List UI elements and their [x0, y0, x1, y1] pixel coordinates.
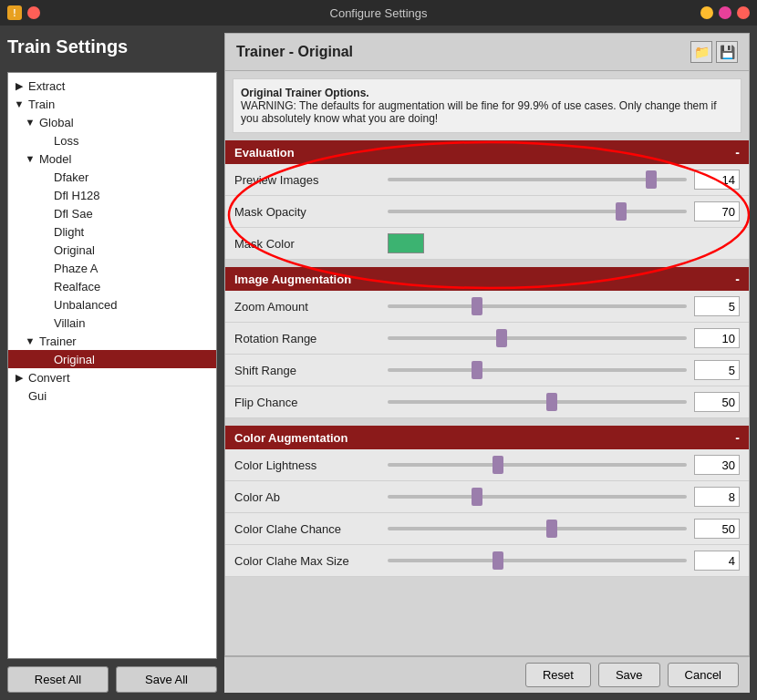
slider-mask-opacity[interactable] [388, 202, 687, 221]
color-lightness-input[interactable]: 30 [694, 455, 740, 475]
slider-thumb[interactable] [646, 170, 657, 189]
sidebar-item-dfl-h128[interactable]: Dfl H128 [8, 186, 216, 204]
reset-button[interactable]: Reset [525, 663, 591, 687]
section-label: Color Augmentation [234, 431, 347, 445]
mask-opacity-input[interactable]: 70 [694, 201, 740, 221]
folder-open-icon: ▼ [23, 151, 37, 166]
slider-thumb[interactable] [472, 361, 482, 379]
sidebar-item-extract[interactable]: ▶ Extract [8, 77, 216, 95]
slider-track [388, 400, 687, 404]
close-button[interactable] [27, 6, 40, 19]
sidebar-item-label: Dfaker [54, 170, 88, 184]
slider-shift-range[interactable] [388, 361, 687, 379]
control-label: Zoom Amount [234, 300, 380, 314]
footer-bar: Reset Save Cancel [224, 656, 750, 693]
save-all-button[interactable]: Save All [116, 666, 217, 693]
sidebar-item-unbalanced[interactable]: Unbalanced [8, 295, 216, 314]
sidebar-item-trainer[interactable]: ▼ Trainer [8, 332, 216, 350]
cancel-button[interactable]: Cancel [668, 663, 739, 687]
save-button[interactable]: Save [598, 663, 660, 687]
sidebar-item-label: Extract [28, 79, 65, 93]
item-icon [37, 279, 52, 293]
control-row-color-lightness: Color Lightness 30 [225, 449, 749, 481]
item-icon [37, 261, 52, 275]
slider-thumb[interactable] [616, 202, 627, 221]
slider-track [388, 178, 687, 181]
sidebar-item-realface[interactable]: Realface [8, 277, 216, 295]
item-icon [37, 133, 52, 148]
slider-preview-images[interactable] [388, 170, 687, 189]
shift-range-input[interactable]: 5 [694, 360, 740, 380]
dot-pink [719, 6, 731, 19]
section-collapse-evaluation[interactable]: - [735, 145, 740, 160]
folder-icon: ▼ [12, 97, 26, 111]
slider-zoom-amount[interactable] [388, 297, 687, 315]
slider-thumb[interactable] [493, 551, 503, 570]
section-collapse-color-aug[interactable]: - [735, 430, 740, 445]
slider-track [388, 304, 687, 308]
mask-color-swatch[interactable] [388, 233, 424, 253]
slider-thumb[interactable] [472, 488, 482, 506]
sidebar-item-label: Realface [54, 280, 100, 293]
sidebar-item-label: Trainer [39, 335, 77, 348]
slider-color-lightness[interactable] [388, 456, 687, 474]
section-header-color-augmentation: Color Augmentation - [225, 426, 749, 449]
sidebar-item-dfaker[interactable]: Dfaker [8, 168, 216, 186]
reset-all-button[interactable]: Reset All [7, 666, 109, 693]
color-ab-input[interactable]: 8 [694, 487, 740, 507]
slider-track [388, 495, 687, 499]
slider-flip-chance[interactable] [388, 393, 687, 411]
sidebar-item-label: Villain [54, 316, 85, 330]
folder-open-button[interactable]: 📁 [690, 41, 712, 63]
slider-color-clahe-max-size[interactable] [388, 551, 687, 570]
control-label: Color Ab [234, 490, 380, 504]
control-row-color-clahe-max-size: Color Clahe Max Size 4 [225, 545, 749, 577]
control-label: Color Clahe Chance [234, 522, 380, 536]
control-row-rotation-range: Rotation Range 10 [225, 323, 749, 355]
sidebar-item-villain[interactable]: Villain [8, 314, 216, 332]
sidebar-item-dlight[interactable]: Dlight [8, 222, 216, 241]
preview-images-input[interactable]: 14 [694, 170, 740, 190]
control-row-mask-opacity: Mask Opacity 70 [225, 196, 749, 228]
zoom-amount-input[interactable]: 5 [694, 296, 740, 316]
sidebar-item-global[interactable]: ▼ Global [8, 113, 216, 131]
rotation-range-input[interactable]: 10 [694, 328, 740, 348]
save-button[interactable]: 💾 [716, 41, 738, 63]
sidebar-item-original-model[interactable]: Original [8, 241, 216, 259]
panel-title: Trainer - Original [236, 44, 353, 60]
sidebar-item-convert[interactable]: ▶ Convert [8, 368, 216, 386]
item-icon [37, 206, 52, 221]
slider-track [388, 210, 687, 213]
sidebar-item-trainer-original[interactable]: Original [8, 350, 216, 368]
slider-thumb[interactable] [546, 393, 557, 411]
tree-container[interactable]: ▶ Extract ▼ Train ▼ Global Loss ▼ Model [7, 72, 217, 659]
sidebar-item-phaze-a[interactable]: Phaze A [8, 259, 216, 277]
slider-color-clahe-chance[interactable] [388, 520, 687, 538]
slider-color-ab[interactable] [388, 488, 687, 506]
sidebar-item-loss[interactable]: Loss [8, 131, 216, 149]
item-icon [12, 388, 26, 403]
right-panel-wrapper: Trainer - Original 📁 💾 Original Trainer … [224, 33, 750, 693]
sidebar-item-train[interactable]: ▼ Train [8, 95, 216, 113]
folder-icon: ▶ [12, 78, 26, 93]
color-clahe-chance-input[interactable]: 50 [694, 519, 740, 539]
slider-thumb[interactable] [493, 456, 503, 474]
color-clahe-max-size-input[interactable]: 4 [694, 551, 740, 571]
item-icon [37, 352, 52, 366]
slider-rotation-range[interactable] [388, 329, 687, 347]
slider-thumb[interactable] [496, 329, 507, 347]
control-label: Color Lightness [234, 458, 380, 472]
slider-thumb[interactable] [472, 297, 482, 315]
control-label: Color Clahe Max Size [234, 554, 380, 568]
flip-chance-input[interactable]: 50 [694, 392, 740, 412]
sidebar-item-label: Dfl Sae [54, 207, 93, 221]
sidebar-item-model[interactable]: ▼ Model [8, 149, 216, 168]
control-label: Flip Chance [234, 396, 380, 409]
right-panel: Trainer - Original 📁 💾 Original Trainer … [224, 33, 750, 693]
slider-thumb[interactable] [546, 520, 557, 538]
sidebar-item-gui[interactable]: Gui [8, 386, 216, 405]
sidebar-item-dfl-sae[interactable]: Dfl Sae [8, 204, 216, 222]
main-content: Train Settings ▶ Extract ▼ Train ▼ Globa… [0, 26, 757, 700]
panel-header: Trainer - Original 📁 💾 [224, 33, 750, 71]
section-collapse-image-aug[interactable]: - [735, 272, 740, 286]
